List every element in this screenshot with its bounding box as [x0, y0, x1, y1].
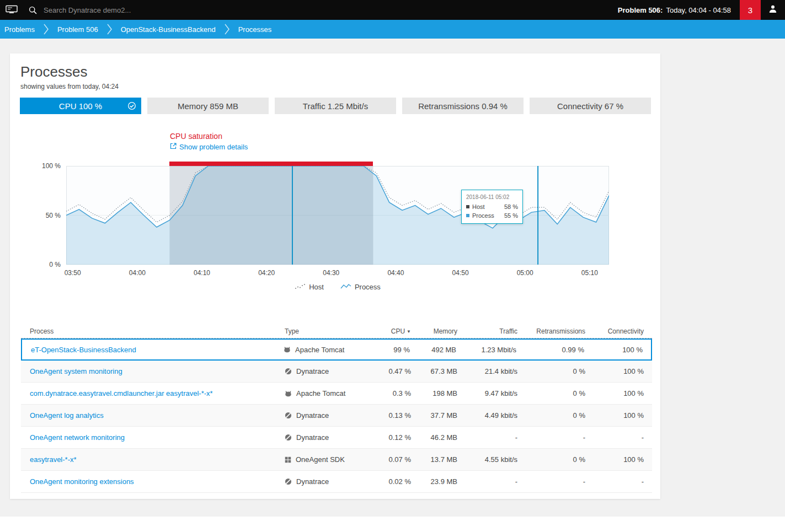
process-cell: OneAgent monitoring extensions [21, 477, 285, 486]
x-axis-label: 04:20 [258, 269, 275, 277]
traffic-value: 1.23 Mbit/s [456, 346, 516, 354]
x-axis-label: 04:50 [452, 269, 469, 277]
table-row[interactable]: eT-OpenStack-BusinessBackendApache Tomca… [21, 338, 652, 361]
process-type-label: Dynatrace [296, 367, 329, 375]
table-row[interactable]: OneAgent system monitoringDynatrace0.47 … [21, 361, 652, 383]
process-link[interactable]: easytravel-*-x* [30, 455, 77, 464]
tab-connectivity[interactable]: Connectivity 67 % [530, 98, 651, 114]
processes-card: Processes showing values from today, 04:… [10, 53, 660, 499]
cpu-value: 0.3 % [373, 389, 411, 397]
retransmissions-value: - [517, 433, 585, 442]
tooltip-series-label: Host [472, 203, 485, 210]
process-type-label: Dynatrace [296, 433, 329, 442]
process-link[interactable]: OneAgent network monitoring [30, 433, 125, 442]
breadcrumb-item-problems[interactable]: Problems [4, 25, 44, 34]
traffic-value: 4.55 kbit/s [457, 455, 517, 464]
column-header-process[interactable]: Process [21, 327, 285, 335]
process-table: ProcessTypeCPU▼MemoryTrafficRetransmissi… [21, 327, 652, 493]
memory-value: 13.7 MB [411, 455, 457, 464]
tab-retransmissions[interactable]: Retransmissions 0.94 % [402, 98, 524, 114]
check-circle-icon [127, 101, 136, 110]
type-cell: OneAgent SDK [285, 455, 373, 464]
search-icon[interactable] [23, 0, 42, 20]
process-cell: OneAgent log analytics [21, 411, 285, 420]
cpu-value: 99 % [372, 346, 410, 354]
sort-desc-icon: ▼ [407, 329, 411, 334]
process-link[interactable]: OneAgent system monitoring [30, 367, 122, 375]
tab-cpu[interactable]: CPU 100 % [20, 98, 141, 114]
chevron-right-icon [44, 23, 49, 35]
cpu-chart[interactable]: 2018-06-11 05:02 Host58 %Process55 % [66, 166, 609, 265]
process-type-label: Dynatrace [296, 411, 329, 420]
memory-value: 46.2 MB [411, 433, 457, 442]
top-bar: Problem 506: Today, 04:04 - 04:58 3 [0, 0, 785, 20]
monitor-icon [6, 5, 18, 15]
x-axis-label: 04:40 [387, 269, 404, 277]
show-problem-details-link[interactable]: Show problem details [170, 143, 248, 151]
table-row[interactable]: OneAgent network monitoringDynatrace0.12… [21, 427, 652, 449]
legend-process[interactable]: Process [340, 283, 381, 291]
user-menu-button[interactable] [761, 0, 785, 20]
tab-label: Traffic 1.25 Mbit/s [303, 101, 368, 111]
process-legend-icon [340, 283, 351, 291]
topbar-problem-label: Problem 506: [618, 6, 663, 14]
retransmissions-value: 0 % [517, 389, 585, 397]
cpu-value: 0.13 % [373, 411, 411, 420]
tab-traffic[interactable]: Traffic 1.25 Mbit/s [275, 98, 396, 114]
retransmissions-value: 0.99 % [516, 346, 584, 354]
process-link[interactable]: com.dynatrace.easytravel.cmdlauncher.jar… [30, 389, 213, 397]
table-row[interactable]: com.dynatrace.easytravel.cmdlauncher.jar… [21, 383, 652, 405]
legend-host[interactable]: Host [295, 283, 324, 291]
breadcrumb-item-openstack-businessbackend[interactable]: OpenStack-BusinessBackend [112, 25, 225, 34]
process-cell: OneAgent system monitoring [21, 367, 285, 375]
retransmissions-value: 0 % [517, 367, 585, 375]
cpu-value: 0.02 % [373, 477, 411, 486]
series-marker-icon [466, 205, 469, 208]
oneagent-sdk-icon [285, 456, 291, 463]
process-cell: eT-OpenStack-BusinessBackend [22, 346, 284, 354]
chart-legend: HostProcess [66, 283, 609, 291]
retransmissions-value: 0 % [517, 411, 585, 420]
process-type-label: Dynatrace [296, 477, 329, 486]
column-header-connectivity[interactable]: Connectivity [585, 327, 652, 335]
table-header-row: ProcessTypeCPU▼MemoryTrafficRetransmissi… [21, 327, 652, 338]
y-axis-label: 50 % [10, 212, 61, 219]
dynatrace-icon [285, 434, 292, 441]
traffic-value: 4.49 kbit/s [457, 411, 517, 420]
connectivity-value: 100 % [585, 367, 652, 375]
table-row[interactable]: OneAgent monitoring extensionsDynatrace0… [21, 471, 652, 493]
memory-value: 37.7 MB [411, 411, 457, 420]
column-header-memory[interactable]: Memory [411, 327, 457, 335]
traffic-value: - [457, 433, 517, 442]
process-cell: com.dynatrace.easytravel.cmdlauncher.jar… [21, 389, 285, 397]
tab-label: Memory 859 MB [178, 101, 238, 111]
cpu-value: 0.12 % [373, 433, 411, 442]
table-row[interactable]: OneAgent log analyticsDynatrace0.13 %37.… [21, 405, 652, 427]
tab-memory[interactable]: Memory 859 MB [147, 98, 269, 114]
retransmissions-value: - [517, 477, 585, 486]
type-cell: Dynatrace [285, 477, 373, 486]
problem-count-badge[interactable]: 3 [740, 0, 761, 20]
x-axis-label: 03:50 [65, 269, 81, 277]
memory-value: 23.9 MB [411, 477, 457, 486]
process-link[interactable]: OneAgent log analytics [30, 411, 104, 420]
page-subtitle: showing values from today, 04:24 [10, 80, 660, 90]
apps-menu-button[interactable] [0, 0, 23, 20]
host-legend-icon [295, 283, 306, 291]
column-header-type[interactable]: Type [285, 327, 373, 335]
cpu-value: 0.47 % [373, 367, 411, 375]
y-axis-label: 100 % [10, 162, 61, 170]
breadcrumb-item-problem-506[interactable]: Problem 506 [49, 25, 107, 34]
breadcrumb-item-processes[interactable]: Processes [229, 25, 281, 34]
apache-tomcat-icon [285, 390, 292, 397]
cpu-value: 0.07 % [373, 455, 411, 464]
table-row[interactable]: easytravel-*-x*OneAgent SDK0.07 %13.7 MB… [21, 449, 652, 471]
column-header-traffic[interactable]: Traffic [457, 327, 517, 335]
process-link[interactable]: eT-OpenStack-BusinessBackend [31, 346, 136, 354]
search-input[interactable] [44, 6, 220, 14]
column-header-retransmissions[interactable]: Retransmissions [517, 327, 585, 335]
x-axis-label: 04:10 [194, 269, 210, 277]
traffic-value: 21.4 kbit/s [457, 367, 517, 375]
column-header-cpu[interactable]: CPU▼ [373, 327, 411, 335]
process-link[interactable]: OneAgent monitoring extensions [30, 477, 134, 486]
